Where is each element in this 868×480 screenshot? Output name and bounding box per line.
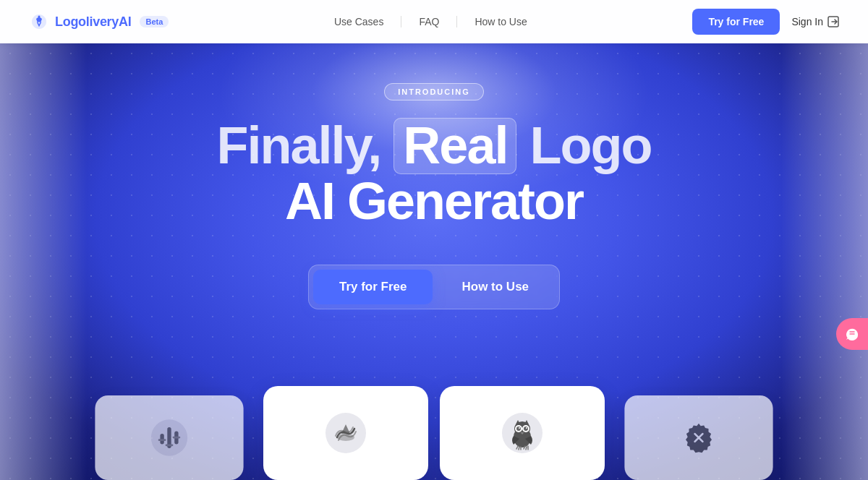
sliders-icon xyxy=(148,417,190,459)
beta-badge: Beta xyxy=(140,16,169,27)
how-to-use-button[interactable]: How to Use xyxy=(435,270,555,304)
try-free-button[interactable]: Try for Free xyxy=(313,270,433,304)
nav-actions: Try for Free Sign In xyxy=(692,9,839,35)
badge-x-icon xyxy=(678,417,720,459)
logo-text: LogoliveryAI xyxy=(55,14,131,30)
navbar: LogoliveryAI Beta Use Cases FAQ How to U… xyxy=(0,0,868,43)
logo-icon xyxy=(29,12,49,32)
svg-rect-4 xyxy=(160,434,163,444)
hero-section: INTRODUCING Finally, Real Logo AI Genera… xyxy=(0,43,868,480)
try-free-nav-button[interactable]: Try for Free xyxy=(692,9,780,35)
chat-icon xyxy=(845,327,859,341)
svg-rect-8 xyxy=(166,445,174,447)
logo-cards-area xyxy=(0,386,868,480)
svg-point-17 xyxy=(524,427,528,431)
svg-point-19 xyxy=(526,427,527,429)
nav-link-faq[interactable]: FAQ xyxy=(401,16,457,27)
svg-point-18 xyxy=(519,427,520,429)
sign-in-icon xyxy=(827,16,839,27)
svg-point-10 xyxy=(337,434,354,441)
svg-point-16 xyxy=(516,427,521,431)
logo-area: LogoliveryAI Beta xyxy=(29,12,169,32)
logo-card-3 xyxy=(440,386,605,480)
nav-links: Use Cases FAQ How to Use xyxy=(317,16,545,27)
logo-card-2 xyxy=(263,386,428,480)
nav-link-use-cases[interactable]: Use Cases xyxy=(317,16,401,27)
hero-title: Finally, Real Logo AI Generator xyxy=(217,118,652,228)
hero-title-line1: Finally, Real Logo xyxy=(217,116,652,174)
hero-title-highlight: Real xyxy=(393,118,516,174)
introducing-badge: INTRODUCING xyxy=(384,83,484,100)
cta-area: Try for Free How to Use xyxy=(308,265,560,309)
nav-link-how-to-use[interactable]: How to Use xyxy=(457,16,544,27)
svg-point-0 xyxy=(38,16,41,18)
owl-icon xyxy=(499,410,545,456)
ship-icon xyxy=(323,410,369,456)
chat-button[interactable] xyxy=(836,318,868,350)
svg-rect-7 xyxy=(173,437,181,439)
hero-title-line2: AI Generator xyxy=(217,174,652,229)
svg-rect-6 xyxy=(158,439,166,441)
logo-card-1 xyxy=(95,395,243,480)
logo-card-4 xyxy=(624,395,773,480)
sign-in-button[interactable]: Sign In xyxy=(791,16,839,27)
